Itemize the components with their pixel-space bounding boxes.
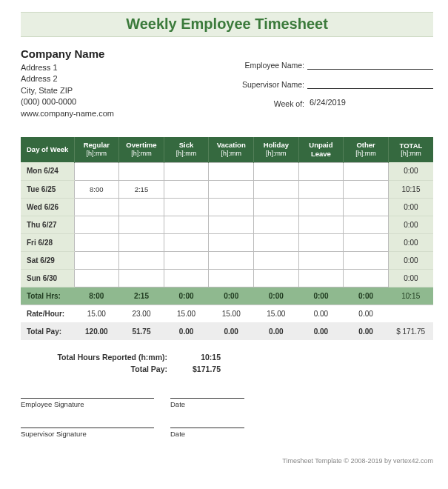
col-unpaid: Unpaid Leave xyxy=(298,137,344,162)
supervisor-name-label: Supervisor Name: xyxy=(233,80,307,89)
cell-sick[interactable] xyxy=(164,233,209,251)
pay-row-overtime: 51.75 xyxy=(119,322,164,340)
total-hrs-row-regular: 8:00 xyxy=(74,287,119,305)
cell-sick[interactable] xyxy=(164,251,209,269)
cell-total: 0:00 xyxy=(388,251,433,269)
rate-row-unpaid[interactable]: 0.00 xyxy=(298,305,344,322)
cell-sick[interactable] xyxy=(164,180,209,198)
cell-sick[interactable] xyxy=(164,162,209,180)
col-regular: Regular[h]:mm xyxy=(74,137,119,162)
cell-other[interactable] xyxy=(344,180,389,198)
rate-row-vacation[interactable]: 15.00 xyxy=(209,305,254,322)
employee-signature-date[interactable]: Date xyxy=(170,398,244,408)
table-row: Sat 6/290:00 xyxy=(21,251,433,269)
cell-holiday[interactable] xyxy=(254,180,299,198)
company-addr1: Address 1 xyxy=(21,62,226,73)
cell-overtime[interactable] xyxy=(119,251,164,269)
col-day: Day of Week xyxy=(21,137,74,162)
header-block: Company Name Address 1 Address 2 City, S… xyxy=(21,46,433,119)
rate-row-other[interactable]: 0.00 xyxy=(344,305,389,322)
company-website: www.company-name.com xyxy=(21,108,226,119)
cell-regular[interactable] xyxy=(74,233,119,251)
cell-regular[interactable] xyxy=(74,269,119,287)
company-info: Company Name Address 1 Address 2 City, S… xyxy=(21,46,226,119)
summary-pay-label: Total Pay: xyxy=(21,364,176,376)
employee-name-label: Employee Name: xyxy=(233,61,307,70)
company-citystate: City, State ZIP xyxy=(21,85,226,96)
summary-hours-value: 10:15 xyxy=(176,352,221,364)
cell-unpaid[interactable] xyxy=(298,269,344,287)
cell-other[interactable] xyxy=(344,269,389,287)
cell-unpaid[interactable] xyxy=(298,180,344,198)
col-holiday: Holiday[h]:mm xyxy=(254,137,299,162)
cell-holiday[interactable] xyxy=(254,233,299,251)
cell-holiday[interactable] xyxy=(254,198,299,216)
rate-row-overtime[interactable]: 23.00 xyxy=(119,305,164,322)
cell-overtime[interactable] xyxy=(119,198,164,216)
cell-holiday[interactable] xyxy=(254,251,299,269)
total-hrs-row: Total Hrs:8:002:150:000:000:000:000:0010… xyxy=(21,287,433,305)
cell-overtime[interactable] xyxy=(119,233,164,251)
cell-vacation[interactable] xyxy=(209,269,254,287)
company-phone: (000) 000-0000 xyxy=(21,96,226,107)
cell-overtime[interactable] xyxy=(119,269,164,287)
table-row: Mon 6/240:00 xyxy=(21,162,433,180)
total-hrs-row-holiday: 0:00 xyxy=(254,287,299,305)
timesheet-table: Day of Week Regular[h]:mm Overtime[h]:mm… xyxy=(21,137,433,340)
cell-overtime[interactable] xyxy=(119,216,164,233)
cell-unpaid[interactable] xyxy=(298,233,344,251)
cell-unpaid[interactable] xyxy=(298,198,344,216)
cell-vacation[interactable] xyxy=(209,216,254,233)
rate-row-sick[interactable]: 15.00 xyxy=(164,305,209,322)
cell-other[interactable] xyxy=(344,251,389,269)
cell-vacation[interactable] xyxy=(209,233,254,251)
total-hrs-row-overtime: 2:15 xyxy=(119,287,164,305)
table-header-row: Day of Week Regular[h]:mm Overtime[h]:mm… xyxy=(21,137,433,162)
cell-sick[interactable] xyxy=(164,216,209,233)
cell-unpaid[interactable] xyxy=(298,251,344,269)
pay-row: Total Pay:120.0051.750.000.000.000.000.0… xyxy=(21,322,433,340)
cell-sick[interactable] xyxy=(164,198,209,216)
cell-unpaid[interactable] xyxy=(298,162,344,180)
row-day-label: Sat 6/29 xyxy=(21,251,74,269)
page-title: Weekly Employee Timesheet xyxy=(21,12,433,37)
cell-total: 0:00 xyxy=(388,162,433,180)
cell-other[interactable] xyxy=(344,233,389,251)
cell-vacation[interactable] xyxy=(209,198,254,216)
supervisor-signature-date[interactable]: Date xyxy=(170,428,244,438)
cell-other[interactable] xyxy=(344,198,389,216)
supervisor-signature-line[interactable]: Supervisor Signature xyxy=(21,428,154,438)
cell-holiday[interactable] xyxy=(254,162,299,180)
employee-name-field[interactable] xyxy=(307,59,433,70)
pay-row-label: Total Pay: xyxy=(21,322,74,340)
cell-overtime[interactable] xyxy=(119,162,164,180)
employee-signature-line[interactable]: Employee Signature xyxy=(21,398,154,408)
cell-holiday[interactable] xyxy=(254,269,299,287)
total-hrs-row-sick: 0:00 xyxy=(164,287,209,305)
total-hrs-row-total: 10:15 xyxy=(388,287,433,305)
cell-other[interactable] xyxy=(344,216,389,233)
row-day-label: Thu 6/27 xyxy=(21,216,74,233)
cell-regular[interactable] xyxy=(74,216,119,233)
cell-holiday[interactable] xyxy=(254,216,299,233)
week-of-label: Week of: xyxy=(233,99,307,108)
rate-row-holiday[interactable]: 15.00 xyxy=(254,305,299,322)
cell-overtime[interactable]: 2:15 xyxy=(119,180,164,198)
supervisor-name-field[interactable] xyxy=(307,79,433,89)
cell-other[interactable] xyxy=(344,162,389,180)
cell-regular[interactable]: 8:00 xyxy=(74,180,119,198)
company-name: Company Name xyxy=(21,46,226,61)
rate-row-label: Rate/Hour: xyxy=(21,305,74,322)
row-day-label: Wed 6/26 xyxy=(21,198,74,216)
cell-regular[interactable] xyxy=(74,162,119,180)
cell-regular[interactable] xyxy=(74,198,119,216)
cell-vacation[interactable] xyxy=(209,162,254,180)
rate-row-regular[interactable]: 15.00 xyxy=(74,305,119,322)
cell-vacation[interactable] xyxy=(209,251,254,269)
cell-vacation[interactable] xyxy=(209,180,254,198)
cell-total: 0:00 xyxy=(388,269,433,287)
cell-total: 0:00 xyxy=(388,198,433,216)
cell-unpaid[interactable] xyxy=(298,216,344,233)
cell-regular[interactable] xyxy=(74,251,119,269)
cell-sick[interactable] xyxy=(164,269,209,287)
